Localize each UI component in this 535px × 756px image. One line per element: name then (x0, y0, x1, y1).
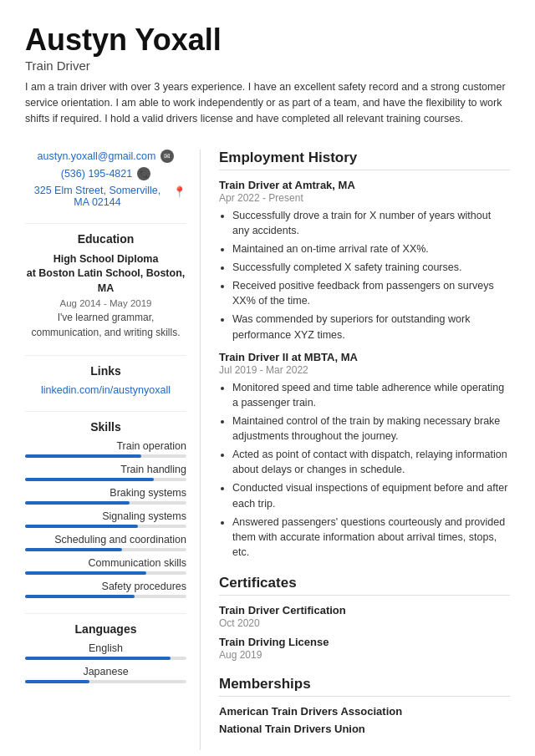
certificates-title: Certificates (219, 575, 510, 596)
language-item: English (25, 642, 186, 660)
skill-bar-bg (25, 595, 186, 598)
edu-dates: Aug 2014 - May 2019 (25, 298, 186, 308)
job-bullets: Monitored speed and time table adherence… (219, 380, 510, 560)
memberships-section: Memberships American Train Drivers Assoc… (219, 676, 510, 735)
skill-item: Train handling (25, 464, 186, 481)
language-bar-fill (25, 657, 171, 660)
skill-label: Train handling (25, 464, 186, 475)
skill-label: Braking systems (25, 487, 186, 499)
right-column: Employment History Train Driver at Amtra… (201, 150, 510, 750)
candidate-title: Train Driver (25, 58, 510, 73)
cert-item: Train Driver Certification Oct 2020 (219, 604, 510, 629)
membership-item: American Train Drivers Association (219, 705, 510, 718)
edu-description: I've learned grammar, communication, and… (25, 311, 186, 340)
edu-degree: High School Diploma at Boston Latin Scho… (25, 252, 186, 297)
memberships-list: American Train Drivers AssociationNation… (219, 705, 510, 735)
language-label: English (25, 642, 186, 654)
job-bullets: Successfully drove a train for X number … (219, 208, 510, 342)
left-column: austyn.yoxall@gmail.com ✉ (536) 195-4821… (25, 150, 201, 750)
job-title: Train Driver II at MBTA, MA (219, 351, 510, 363)
skill-bar-fill (25, 454, 141, 458)
education-section: Education High School Diploma at Boston … (25, 223, 186, 340)
email-icon: ✉ (160, 150, 174, 163)
bullet-item: Successfully completed X safety training… (232, 260, 510, 275)
skill-bar-bg (25, 478, 186, 481)
skills-title: Skills (25, 420, 186, 434)
language-label: Japanese (25, 666, 186, 677)
language-item: Japanese (25, 666, 186, 683)
bullet-item: Maintained an on-time arrival rate of XX… (232, 241, 510, 256)
skills-section: Skills Train operation Train handling Br… (25, 411, 186, 598)
skill-bar-fill (25, 595, 135, 598)
phone-icon: 📞 (137, 167, 150, 180)
skill-bar-fill (25, 478, 154, 481)
skill-item: Communication skills (25, 557, 186, 575)
address-text: 325 Elm Street, Somerville, MA 02144 (25, 185, 170, 208)
employment-title: Employment History (219, 150, 510, 170)
job-dates: Apr 2022 - Present (219, 192, 510, 204)
cert-date: Aug 2019 (219, 649, 510, 661)
skill-label: Signaling systems (25, 510, 186, 522)
cert-date: Oct 2020 (219, 617, 510, 629)
skill-item: Braking systems (25, 487, 186, 505)
languages-list: English Japanese (25, 642, 186, 683)
location-icon: 📍 (173, 185, 186, 198)
cert-item: Train Driving License Aug 2019 (219, 636, 510, 661)
skill-bar-fill (25, 548, 122, 551)
skill-item: Train operation (25, 440, 186, 458)
language-bar-bg (25, 657, 186, 660)
skill-bar-bg (25, 501, 186, 505)
languages-section: Languages English Japanese (25, 613, 186, 683)
phone-text: (536) 195-4821 (61, 168, 132, 180)
job-title: Train Driver at Amtrak, MA (219, 179, 510, 191)
bullet-item: Received positive feedback from passenge… (232, 278, 510, 308)
bullet-item: Successfully drove a train for X number … (232, 208, 510, 238)
bullet-item: Answered passengers' questions courteous… (232, 515, 510, 560)
bullet-item: Conducted visual inspections of equipmen… (232, 480, 510, 510)
skill-bar-bg (25, 548, 186, 551)
bullet-item: Monitored speed and time table adherence… (232, 380, 510, 410)
certificates-section: Certificates Train Driver Certification … (219, 575, 510, 661)
skill-label: Safety procedures (25, 581, 186, 592)
skill-label: Train operation (25, 440, 186, 452)
skill-bar-bg (25, 525, 186, 528)
jobs-list: Train Driver at Amtrak, MA Apr 2022 - Pr… (219, 179, 510, 560)
phone-contact[interactable]: (536) 195-4821 📞 (25, 167, 186, 180)
linkedin-link[interactable]: linkedin.com/in/austynyoxall (25, 384, 186, 396)
bullet-item: Acted as point of contact with dispatch,… (232, 447, 510, 477)
skill-bar-fill (25, 525, 138, 528)
skill-bar-bg (25, 571, 186, 575)
languages-title: Languages (25, 622, 186, 636)
bullet-item: Maintained control of the train by makin… (232, 414, 510, 444)
certs-list: Train Driver Certification Oct 2020 Trai… (219, 604, 510, 661)
education-title: Education (25, 232, 186, 246)
memberships-title: Memberships (219, 676, 510, 697)
skill-bar-fill (25, 571, 146, 575)
language-bar-bg (25, 680, 186, 683)
skill-bar-bg (25, 454, 186, 458)
address-contact: 325 Elm Street, Somerville, MA 02144 📍 (25, 185, 186, 208)
job-dates: Jul 2019 - Mar 2022 (219, 364, 510, 376)
skill-item: Signaling systems (25, 510, 186, 528)
email-contact[interactable]: austyn.yoxall@gmail.com ✉ (25, 150, 186, 163)
links-section: Links linkedin.com/in/austynyoxall (25, 355, 186, 396)
skill-bar-fill (25, 501, 130, 505)
header-section: Austyn Yoxall Train Driver I am a train … (25, 23, 510, 128)
linkedin-url[interactable]: linkedin.com/in/austynyoxall (41, 384, 171, 396)
job-item: Train Driver at Amtrak, MA Apr 2022 - Pr… (219, 179, 510, 342)
language-bar-fill (25, 680, 89, 683)
candidate-summary: I am a train driver with over 3 years ex… (25, 79, 510, 128)
email-text: austyn.yoxall@gmail.com (38, 150, 156, 162)
skills-list: Train operation Train handling Braking s… (25, 440, 186, 598)
skill-item: Scheduling and coordination (25, 534, 186, 551)
bullet-item: Was commended by superiors for outstandi… (232, 312, 510, 342)
skill-label: Scheduling and coordination (25, 534, 186, 545)
candidate-name: Austyn Yoxall (25, 23, 510, 57)
membership-item: National Train Drivers Union (219, 723, 510, 735)
skill-label: Communication skills (25, 557, 186, 569)
cert-name: Train Driving License (219, 636, 510, 648)
contact-section: austyn.yoxall@gmail.com ✉ (536) 195-4821… (25, 150, 186, 208)
cert-name: Train Driver Certification (219, 604, 510, 616)
skill-item: Safety procedures (25, 581, 186, 598)
employment-section: Employment History Train Driver at Amtra… (219, 150, 510, 560)
